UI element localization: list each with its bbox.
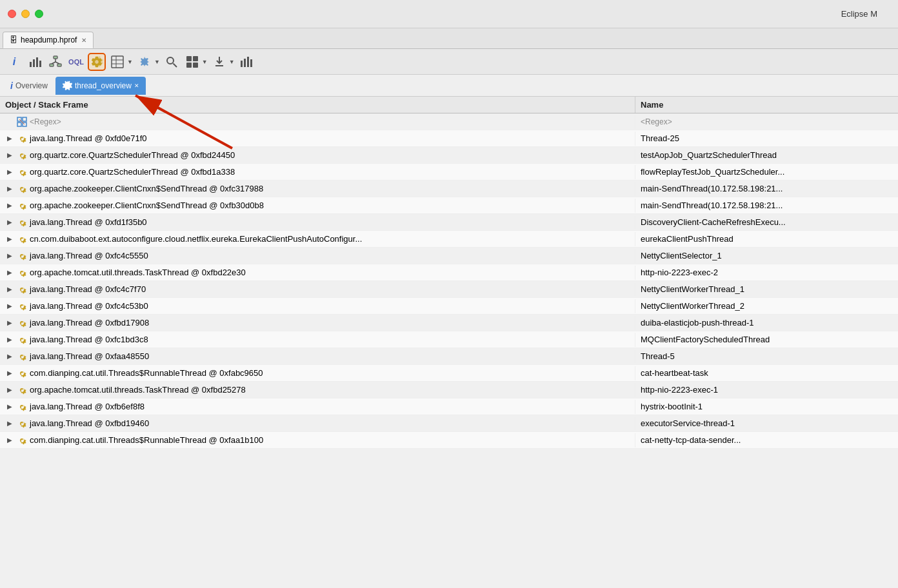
close-button[interactable] xyxy=(8,10,16,18)
export-button[interactable] xyxy=(210,53,228,71)
expand-icon[interactable]: ▶ xyxy=(5,285,14,294)
object-regex-text: <Regex> xyxy=(30,117,61,126)
expand-icon[interactable]: ▶ xyxy=(5,151,14,160)
filter-icon xyxy=(17,117,27,127)
stats-icon xyxy=(240,55,253,68)
thread-overview-tab-close-icon[interactable]: ✕ xyxy=(134,83,139,89)
table-row[interactable]: ▶ java.lang.Thread @ 0xfbd19460 executor… xyxy=(0,415,898,432)
table-row[interactable]: ▶ java.lang.Thread @ 0xfc1bd3c8 MQClient… xyxy=(0,331,898,348)
object-text: java.lang.Thread @ 0xfc4c53b0 xyxy=(30,301,148,311)
table-row[interactable]: ▶ java.lang.Thread @ 0xfbd17908 duiba-el… xyxy=(0,315,898,331)
table-row[interactable]: <Regex> <Regex> xyxy=(0,113,898,130)
cell-name: NettyClientSelector_1 xyxy=(635,249,898,262)
table-row[interactable]: ▶ cn.com.duibaboot.ext.autoconfigure.clo… xyxy=(0,231,898,248)
settings-dropdown-arrow[interactable]: ▼ xyxy=(154,59,160,65)
tab-thread-overview[interactable]: thread_overview ✕ xyxy=(55,77,146,95)
table-row[interactable]: ▶ java.lang.Thread @ 0xfb6ef8f8 hystrix-… xyxy=(0,398,898,415)
svg-rect-4 xyxy=(54,56,57,59)
table-row[interactable]: ▶ org.apache.tomcat.util.threads.TaskThr… xyxy=(0,382,898,398)
tab-overview[interactable]: i Overview xyxy=(4,77,54,95)
grid-dropdown-arrow[interactable]: ▼ xyxy=(202,59,208,65)
expand-icon[interactable]: ▶ xyxy=(5,318,14,328)
table-dropdown-arrow[interactable]: ▼ xyxy=(127,59,133,65)
export-dropdown-arrow[interactable]: ▼ xyxy=(229,59,235,65)
table-row[interactable]: ▶ java.lang.Thread @ 0xfc4c53b0 NettyCli… xyxy=(0,298,898,315)
grid-button[interactable] xyxy=(183,53,201,71)
expand-icon xyxy=(5,117,14,126)
cell-object: ▶ com.dianping.cat.util.Threads$Runnable… xyxy=(0,433,635,447)
expand-icon[interactable]: ▶ xyxy=(5,218,14,227)
cell-object: ▶ java.lang.Thread @ 0xfd0e71f0 xyxy=(0,132,635,146)
svg-rect-26 xyxy=(23,117,26,121)
thread-gear-icon xyxy=(17,234,27,244)
toolbar: i OQL ▼ xyxy=(0,49,898,75)
expand-icon[interactable]: ▶ xyxy=(5,235,14,244)
object-text: java.lang.Thread @ 0xfaa48550 xyxy=(30,351,149,361)
table-row[interactable]: ▶ java.lang.Thread @ 0xfd1f35b0 Discover… xyxy=(0,214,898,231)
table-row[interactable]: ▶ java.lang.Thread @ 0xfc4c7f70 NettyCli… xyxy=(0,281,898,298)
cell-name: Thread-5 xyxy=(635,349,898,363)
table-row[interactable]: ▶ org.apache.zookeeper.ClientCnxn$SendTh… xyxy=(0,181,898,197)
tree-button[interactable] xyxy=(46,53,65,71)
expand-icon[interactable]: ▶ xyxy=(5,386,14,395)
minimize-button[interactable] xyxy=(21,10,30,18)
svg-rect-21 xyxy=(241,61,243,67)
svg-rect-17 xyxy=(186,56,192,61)
expand-icon[interactable]: ▶ xyxy=(5,352,14,361)
file-tab-close-icon[interactable]: ✕ xyxy=(81,37,86,44)
thread-overview-tab-label: thread_overview xyxy=(75,81,132,90)
cell-name: hystrix-bootInit-1 xyxy=(635,400,898,413)
expand-icon[interactable]: ▶ xyxy=(5,436,14,445)
expand-icon[interactable]: ▶ xyxy=(5,268,14,277)
svg-rect-24 xyxy=(250,59,252,67)
table-row[interactable]: ▶ org.apache.zookeeper.ClientCnxn$SendTh… xyxy=(0,197,898,214)
svg-rect-0 xyxy=(30,62,32,67)
stats-button[interactable] xyxy=(237,53,255,71)
cell-object: ▶ org.quartz.core.QuartzSchedulerThread … xyxy=(0,148,635,162)
thread-gear-icon xyxy=(17,301,27,311)
object-text: java.lang.Thread @ 0xfc4c7f70 xyxy=(30,284,146,294)
info-button[interactable]: i xyxy=(5,53,23,71)
table-row[interactable]: ▶ java.lang.Thread @ 0xfaa48550 Thread-5 xyxy=(0,348,898,365)
table-row[interactable]: ▶ java.lang.Thread @ 0xfc4c5550 NettyCli… xyxy=(0,248,898,264)
object-text: com.dianping.cat.util.Threads$RunnableTh… xyxy=(30,368,263,378)
svg-rect-22 xyxy=(244,59,246,67)
svg-rect-27 xyxy=(17,122,21,126)
table-row[interactable]: ▶ com.dianping.cat.util.Threads$Runnable… xyxy=(0,432,898,449)
cell-object: ▶ java.lang.Thread @ 0xfc1bd3c8 xyxy=(0,333,635,347)
expand-icon[interactable]: ▶ xyxy=(5,369,14,378)
file-tab-heapdump[interactable]: 🗄 heapdump.hprof ✕ xyxy=(3,32,94,48)
table-row[interactable]: ▶ org.apache.tomcat.util.threads.TaskThr… xyxy=(0,264,898,281)
cell-name: duiba-elasticjob-push-thread-1 xyxy=(635,316,898,329)
expand-icon[interactable]: ▶ xyxy=(5,184,14,193)
expand-icon[interactable]: ▶ xyxy=(5,168,14,177)
table-row[interactable]: ▶ org.quartz.core.QuartzSchedulerThread … xyxy=(0,147,898,164)
svg-point-15 xyxy=(167,57,174,64)
thread-details-button[interactable] xyxy=(88,53,106,71)
table-body: <Regex> <Regex> ▶ java.lang.Thread @ 0xf… xyxy=(0,113,898,588)
settings-button[interactable] xyxy=(135,53,154,71)
table-row[interactable]: ▶ org.quartz.core.QuartzSchedulerThread … xyxy=(0,164,898,181)
expand-icon[interactable]: ▶ xyxy=(5,419,14,428)
search-button[interactable] xyxy=(163,53,181,71)
expand-icon[interactable]: ▶ xyxy=(5,302,14,311)
bar-chart-button[interactable] xyxy=(26,53,44,71)
oql-button[interactable]: OQL xyxy=(67,53,85,71)
object-text: java.lang.Thread @ 0xfbd19460 xyxy=(30,418,149,428)
object-text: java.lang.Thread @ 0xfb6ef8f8 xyxy=(30,402,145,411)
svg-line-29 xyxy=(19,119,25,124)
expand-icon[interactable]: ▶ xyxy=(5,134,14,143)
table-button[interactable] xyxy=(108,53,126,71)
expand-icon[interactable]: ▶ xyxy=(5,251,14,260)
expand-icon[interactable]: ▶ xyxy=(5,201,14,210)
maximize-button[interactable] xyxy=(35,10,43,18)
gear-large-icon xyxy=(90,55,103,68)
expand-icon[interactable]: ▶ xyxy=(5,335,14,344)
expand-icon[interactable]: ▶ xyxy=(5,402,14,411)
table-row[interactable]: ▶ com.dianping.cat.util.Threads$Runnable… xyxy=(0,365,898,382)
thread-gear-icon xyxy=(17,402,27,412)
settings-with-arrow-group: ▼ xyxy=(135,53,160,71)
cell-name: cat-netty-tcp-data-sender... xyxy=(635,433,898,447)
table-row[interactable]: ▶ java.lang.Thread @ 0xfd0e71f0 Thread-2… xyxy=(0,130,898,147)
name-regex-text: <Regex> xyxy=(641,117,672,126)
